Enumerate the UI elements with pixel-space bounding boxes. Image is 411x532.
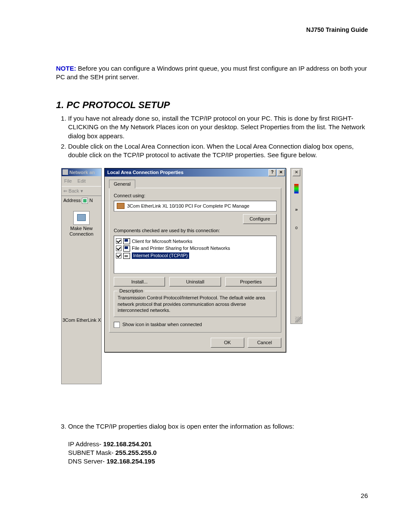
list-item[interactable]: Client for Microsoft Networks bbox=[116, 238, 274, 245]
ip-line: IP Address- 192.168.254.201 bbox=[68, 440, 368, 448]
show-icon-row[interactable]: Show icon in taskbar when connected bbox=[114, 321, 277, 328]
close-icon[interactable]: ✕ bbox=[293, 169, 300, 176]
comp1-label: Client for Microsoft Networks bbox=[132, 238, 193, 245]
address-bar[interactable]: Address N bbox=[62, 196, 101, 205]
connect-using-label: Connect using: bbox=[114, 193, 277, 199]
description-title: Description bbox=[118, 288, 145, 294]
nic-icon bbox=[117, 203, 125, 209]
checkbox-icon[interactable] bbox=[116, 253, 121, 258]
window-icon bbox=[62, 169, 68, 175]
checkbox-icon[interactable] bbox=[116, 246, 121, 251]
step-3: Once the TCP/IP properties dialog box is… bbox=[68, 422, 368, 431]
step-2: Double click on the Local Area Connectio… bbox=[68, 142, 368, 160]
address-label: Address bbox=[63, 198, 81, 203]
protocol-icon bbox=[123, 253, 130, 259]
section-heading: 1. PC PROTOCOL SETUP bbox=[56, 99, 368, 112]
page-number: 26 bbox=[56, 492, 368, 500]
comp2-label: File and Printer Sharing for Microsoft N… bbox=[132, 245, 230, 252]
dialog-title: Local Area Connection Properties bbox=[107, 170, 184, 175]
ip-value: 192.168.254.201 bbox=[103, 440, 152, 448]
help-button[interactable]: ? bbox=[268, 169, 276, 176]
embedded-screenshot: Network an File Edit ⇐ Back ▾ Address N … bbox=[61, 168, 302, 388]
network-window-titlebar: Network an bbox=[62, 168, 101, 176]
steps-bottom: Once the TCP/IP properties dialog box is… bbox=[56, 422, 368, 431]
tab-general[interactable]: General bbox=[109, 180, 135, 188]
mask-line: SUBNET Mask- 255.255.255.0 bbox=[68, 448, 368, 457]
menu-edit[interactable]: Edit bbox=[78, 178, 86, 184]
nic-name: 3Com EtherLink XL 10/100 PCI For Complet… bbox=[127, 203, 249, 209]
components-label: Components checked are used by this conn… bbox=[114, 227, 277, 234]
icon-caption-1: Make New bbox=[62, 226, 101, 231]
description-group: Description Transmission Control Protoco… bbox=[114, 291, 277, 317]
comp3-label: Internet Protocol (TCP/IP) bbox=[132, 252, 189, 259]
menu-bar[interactable]: File Edit bbox=[62, 176, 101, 186]
install-button[interactable]: Install... bbox=[114, 277, 165, 287]
show-icon-checkbox[interactable] bbox=[114, 322, 120, 328]
menu-file[interactable]: File bbox=[64, 178, 72, 184]
mask-label: SUBNET Mask- bbox=[68, 449, 115, 456]
step-1: If you have not already done so, install… bbox=[68, 114, 368, 140]
cancel-button[interactable]: Cancel bbox=[248, 338, 281, 348]
mask-value: 255.255.255.0 bbox=[115, 449, 157, 456]
components-list[interactable]: Client for Microsoft Networks File and P… bbox=[114, 236, 277, 274]
doc-header: NJ750 Training Guide bbox=[56, 26, 368, 34]
o-indicator: o bbox=[291, 225, 302, 231]
chevron-icon[interactable]: » bbox=[291, 206, 302, 213]
checkbox-icon[interactable] bbox=[116, 238, 121, 244]
ip-label: IP Address- bbox=[68, 440, 103, 448]
toolbar-back[interactable]: ⇐ Back ▾ bbox=[62, 186, 101, 196]
tab-page-general: Connect using: 3Com EtherLink XL 10/100 … bbox=[109, 188, 281, 333]
status-bar-text: 3Com EtherLink X bbox=[62, 317, 101, 324]
description-text: Transmission Control Protocol/Internet P… bbox=[118, 295, 273, 313]
configure-button[interactable]: Configure bbox=[243, 214, 277, 224]
dns-label: DNS Server- bbox=[68, 457, 106, 465]
list-item-selected[interactable]: Internet Protocol (TCP/IP) bbox=[116, 252, 274, 259]
color-swatch-icon bbox=[294, 184, 299, 193]
address-icon bbox=[82, 198, 88, 204]
nic-field: 3Com EtherLink XL 10/100 PCI For Complet… bbox=[114, 201, 277, 212]
dialog-titlebar: Local Area Connection Properties ? ✕ bbox=[105, 168, 286, 177]
network-window-title: Network an bbox=[69, 170, 95, 175]
dns-value: 192.168.254.195 bbox=[106, 457, 155, 465]
lan-properties-dialog: Local Area Connection Properties ? ✕ Gen… bbox=[104, 168, 286, 352]
right-window-edge: ✕ » o bbox=[290, 168, 302, 324]
dns-line: DNS Server- 192.168.254.195 bbox=[68, 457, 368, 466]
icon-caption-2: Connection bbox=[62, 231, 101, 237]
network-window: Network an File Edit ⇐ Back ▾ Address N … bbox=[61, 168, 102, 384]
step-3-text: Once the TCP/IP properties dialog box is… bbox=[68, 423, 294, 430]
steps-top: If you have not already done so, install… bbox=[56, 114, 368, 159]
share-icon bbox=[123, 246, 130, 252]
make-new-connection-icon[interactable] bbox=[73, 211, 90, 225]
list-item[interactable]: File and Printer Sharing for Microsoft N… bbox=[116, 245, 274, 252]
client-icon bbox=[123, 238, 130, 244]
note-label: NOTE: bbox=[56, 65, 76, 72]
uninstall-button[interactable]: Uninstall bbox=[169, 277, 221, 287]
resize-grip-icon[interactable] bbox=[295, 317, 301, 323]
note-text: Before you can configure a Windows print… bbox=[56, 65, 367, 81]
properties-button[interactable]: Properties bbox=[225, 277, 277, 287]
note-block: NOTE: Before you can configure a Windows… bbox=[56, 64, 368, 82]
ok-button[interactable]: OK bbox=[211, 338, 244, 348]
close-button[interactable]: ✕ bbox=[277, 169, 285, 176]
show-icon-label: Show icon in taskbar when connected bbox=[122, 321, 202, 328]
